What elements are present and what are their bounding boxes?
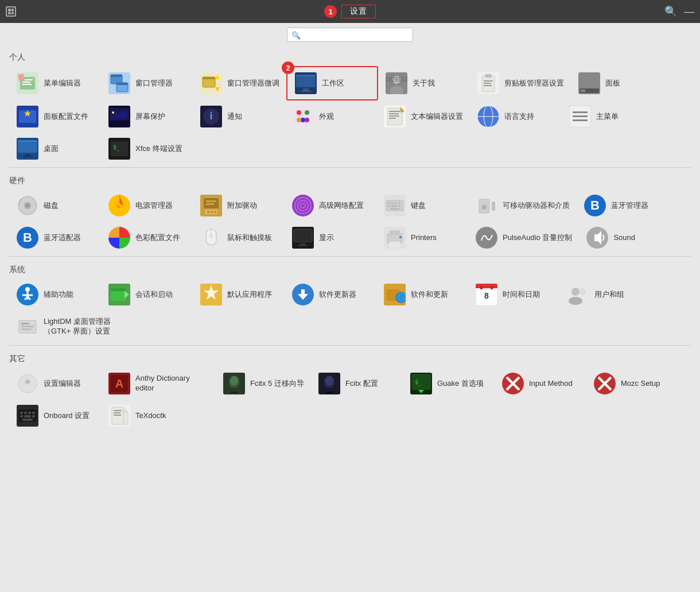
svg-rect-82 <box>211 211 213 213</box>
item-keyboard[interactable]: 键盘 <box>376 189 468 222</box>
item-session-startup[interactable]: 会话和启动 <box>101 278 193 311</box>
datetime-label: 时间和日期 <box>503 290 540 300</box>
software-sources-label: 软件和更新 <box>411 290 448 300</box>
item-workspace[interactable]: 2 工作区 <box>286 66 378 100</box>
item-disk[interactable]: 磁盘 <box>9 189 101 222</box>
item-window-manager-micro[interactable]: 窗口管理器微调 <box>193 66 286 100</box>
item-notifications[interactable]: i 通知 <box>193 100 285 133</box>
main-menu-icon <box>569 105 592 128</box>
panel-profile-label: 面板配置文件 <box>44 112 88 122</box>
svg-rect-142 <box>476 287 497 288</box>
item-anthy-dict[interactable]: A Anthy Dictionary editor <box>101 367 216 400</box>
svg-point-45 <box>305 110 309 115</box>
divider-hardware-system <box>9 256 691 257</box>
item-default-apps[interactable]: 默认应用程序 <box>193 278 285 311</box>
item-bluetooth-adapter[interactable]: B 蓝牙适配器 <box>9 222 101 254</box>
svg-rect-13 <box>203 77 215 79</box>
item-xfce-terminal[interactable]: $_ Xfce 终端设置 <box>101 133 193 165</box>
addon-driver-icon <box>200 194 223 217</box>
svg-point-123 <box>25 287 30 292</box>
other-grid: 设置编辑器 A Anthy Dictionary editor Fcitx 5 … <box>9 367 691 432</box>
item-window-manager[interactable]: 窗口管理器 <box>101 66 193 100</box>
item-panel-profile[interactable]: 面板配置文件 <box>9 100 101 133</box>
screensaver-icon <box>108 105 131 128</box>
svg-rect-96 <box>398 205 400 207</box>
item-fcitx5-migrate[interactable]: Fcitx 5 迁移向导 <box>216 367 311 400</box>
titlebar-center: 1 设置 <box>324 5 376 18</box>
svg-rect-93 <box>398 202 400 204</box>
item-onboard-settings[interactable]: Onboard 设置 <box>9 400 101 432</box>
item-text-editor[interactable]: 文本编辑器设置 <box>376 100 470 133</box>
svg-point-44 <box>297 110 301 115</box>
item-addon-driver[interactable]: 附加驱动 <box>193 189 285 222</box>
item-mozc-setup[interactable]: Mozc Setup <box>586 367 678 400</box>
item-sound[interactable]: Sound <box>579 222 671 254</box>
bluetooth-adapter-icon: B <box>16 226 39 249</box>
item-about-me[interactable]: 1829102 关于我 <box>378 66 470 100</box>
item-printers[interactable]: Printers <box>376 222 468 254</box>
item-screensaver[interactable]: 屏幕保护 <box>101 100 193 133</box>
item-display[interactable]: 显示 <box>285 222 376 254</box>
lang-support-label: 语言支持 <box>504 112 534 122</box>
xfce-terminal-icon: $_ <box>108 137 131 160</box>
search-button[interactable]: 🔍 <box>664 5 677 18</box>
window-manager-micro-label: 窗口管理器微调 <box>227 79 279 88</box>
svg-rect-67 <box>22 156 33 157</box>
item-fcitx-config[interactable]: Fcitx 配置 <box>311 367 403 400</box>
item-removable-media[interactable]: 可移动驱动器和介质 <box>468 189 577 222</box>
section-other-header: 其它 <box>9 348 691 367</box>
main-menu-label: 主菜单 <box>596 112 619 122</box>
removable-media-icon <box>475 194 498 217</box>
settings-editor-label: 设置编辑器 <box>44 379 81 389</box>
svg-rect-20 <box>301 91 311 92</box>
lang-support-icon <box>477 105 500 128</box>
item-main-menu[interactable]: 主菜单 <box>562 100 654 133</box>
item-input-method[interactable]: Input Method <box>495 367 586 400</box>
svg-rect-161 <box>232 388 236 392</box>
mozc-setup-label: Mozc Setup <box>621 379 660 389</box>
window-manager-label: 窗口管理器 <box>135 79 173 88</box>
item-settings-editor[interactable]: 设置编辑器 <box>9 367 101 400</box>
svg-rect-3 <box>22 82 30 83</box>
power-manager-icon <box>108 194 131 217</box>
input-method-label: Input Method <box>529 379 573 389</box>
svg-point-146 <box>571 288 580 296</box>
item-bluetooth-manager[interactable]: B 蓝牙管理器 <box>577 189 668 222</box>
item-lightdm[interactable]: LightDM 桌面管理器（GTK+ 界面）设置 <box>9 311 124 343</box>
svg-rect-29 <box>484 83 491 84</box>
item-pulseaudio[interactable]: PulseAudio 音量控制 <box>468 222 579 254</box>
item-lang-support[interactable]: 语言支持 <box>470 100 562 133</box>
software-updater-icon <box>291 283 314 306</box>
item-appearance[interactable]: 外观 <box>285 100 376 133</box>
item-power-manager[interactable]: 电源管理器 <box>101 189 193 222</box>
item-software-sources[interactable]: 🌐 软件和更新 <box>376 278 468 311</box>
session-startup-label: 会话和启动 <box>135 290 173 300</box>
item-software-updater[interactable]: 软件更新器 <box>285 278 376 311</box>
svg-point-47 <box>297 118 301 122</box>
item-datetime[interactable]: 8 时间和日期 <box>468 278 560 311</box>
item-clipboard[interactable]: 剪贴板管理器设置 <box>470 66 571 100</box>
item-panel[interactable]: 面板 <box>571 66 663 100</box>
svg-rect-166 <box>327 388 332 392</box>
item-mouse-touchpad[interactable]: 鼠标和触摸板 <box>193 222 285 254</box>
svg-text:B: B <box>23 230 32 245</box>
svg-rect-92 <box>395 202 397 204</box>
svg-point-39 <box>112 111 114 114</box>
item-color-profile[interactable]: 色彩配置文件 <box>101 222 193 254</box>
window-grid-icon <box>6 6 16 17</box>
svg-rect-100 <box>492 202 495 211</box>
svg-rect-66 <box>25 154 30 156</box>
item-guake-prefs[interactable]: $_ Guake 首选项 <box>403 367 495 400</box>
svg-rect-83 <box>214 211 216 213</box>
item-accessibility[interactable]: 辅助功能 <box>9 278 101 311</box>
svg-point-154 <box>18 374 37 393</box>
addon-driver-label: 附加驱动 <box>227 201 257 211</box>
item-network-advanced[interactable]: 高级网络配置 <box>285 189 376 222</box>
minimize-button[interactable]: — <box>684 6 694 18</box>
item-texdoctk[interactable]: TeXdoctk <box>101 400 193 432</box>
item-menu-editor[interactable]: 菜单编辑器 <box>9 66 101 100</box>
item-users-groups[interactable]: 用户和组 <box>560 278 652 311</box>
search-input[interactable] <box>287 28 413 42</box>
item-desktop[interactable]: 桌面 <box>9 133 101 165</box>
workspace-label: 工作区 <box>322 79 344 88</box>
